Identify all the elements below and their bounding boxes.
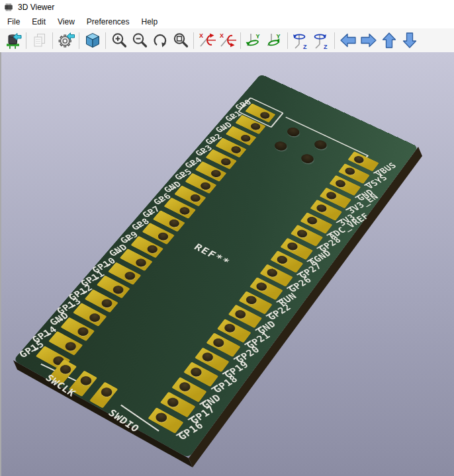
toolbar-separator <box>193 32 194 49</box>
toolbar-separator <box>105 32 106 49</box>
rotate-z-cw-button[interactable]: Z <box>291 30 311 50</box>
menu-item-preferences[interactable]: Preferences <box>81 15 136 28</box>
app-chip-icon <box>3 3 14 12</box>
roty-ccw-icon: Y <box>266 32 283 49</box>
arrow-left-icon <box>340 32 357 49</box>
render-options-button[interactable] <box>56 30 76 50</box>
menu-item-view[interactable]: View <box>52 15 81 28</box>
title-bar: 3D Viewer <box>0 0 454 15</box>
cube-icon <box>84 32 101 49</box>
svg-text:X: X <box>199 32 203 39</box>
menu-item-help[interactable]: Help <box>136 15 164 28</box>
zoom-out-icon <box>131 32 148 49</box>
rotate-y-cw-button[interactable]: Y <box>244 30 264 50</box>
arrow-right-icon <box>360 32 377 49</box>
rotate-x-cw-button[interactable]: X <box>197 30 217 50</box>
reload-board-button[interactable] <box>3 30 23 50</box>
toolbar-separator <box>52 32 53 49</box>
rotate-y-ccw-button[interactable]: Y <box>264 30 285 50</box>
toolbar: XXYYZZ <box>0 28 454 52</box>
svg-text:Y: Y <box>255 33 259 40</box>
reload-icon <box>5 32 22 49</box>
3d-viewport[interactable]: GP0GP1GNDGP2GP3GP4GP5GNDGP6GP7GP8GP9GNDG… <box>0 52 454 476</box>
rotate-x-ccw-button[interactable]: X <box>217 30 238 50</box>
menu-bar: FileEditViewPreferencesHelp <box>0 15 454 28</box>
move-left-button[interactable] <box>338 30 358 50</box>
toolbar-separator <box>287 32 288 49</box>
rotate-z-ccw-button[interactable]: Z <box>311 30 332 50</box>
svg-text:X: X <box>220 32 224 39</box>
rotz-ccw-icon: Z <box>313 32 330 49</box>
zoom-fit-button[interactable] <box>170 30 191 50</box>
toolbar-separator <box>334 32 335 49</box>
set-view-button[interactable] <box>82 30 103 50</box>
move-down-button[interactable] <box>399 30 420 50</box>
toolbar-separator <box>79 32 79 49</box>
options-icon <box>58 32 75 49</box>
window-title: 3D Viewer <box>18 3 54 12</box>
roty-cw-icon: Y <box>246 32 263 49</box>
arrow-up-icon <box>381 32 398 49</box>
copy-image-button <box>29 30 50 50</box>
toolbar-separator <box>26 32 26 49</box>
rotx-ccw-icon: X <box>219 32 236 49</box>
rotz-cw-icon: Z <box>293 32 310 49</box>
svg-text:Z: Z <box>324 44 328 50</box>
toolbar-separator <box>240 32 241 49</box>
move-up-button[interactable] <box>379 30 399 50</box>
arrow-down-icon <box>401 32 418 49</box>
svg-text:Z: Z <box>303 44 307 50</box>
menu-item-file[interactable]: File <box>1 15 26 28</box>
svg-text:Y: Y <box>276 33 280 40</box>
copy-icon <box>31 32 48 49</box>
3d-viewer-window: 3D Viewer FileEditViewPreferencesHelp XX… <box>0 0 454 476</box>
move-right-button[interactable] <box>358 30 379 50</box>
menu-item-edit[interactable]: Edit <box>26 15 52 28</box>
zoom-fit-icon <box>172 32 189 49</box>
zoom-in-button[interactable] <box>109 30 129 50</box>
redraw-icon <box>152 32 169 49</box>
redraw-button[interactable] <box>150 30 170 50</box>
rotx-cw-icon: X <box>199 32 216 49</box>
zoom-in-icon <box>111 32 128 49</box>
zoom-out-button[interactable] <box>129 30 150 50</box>
